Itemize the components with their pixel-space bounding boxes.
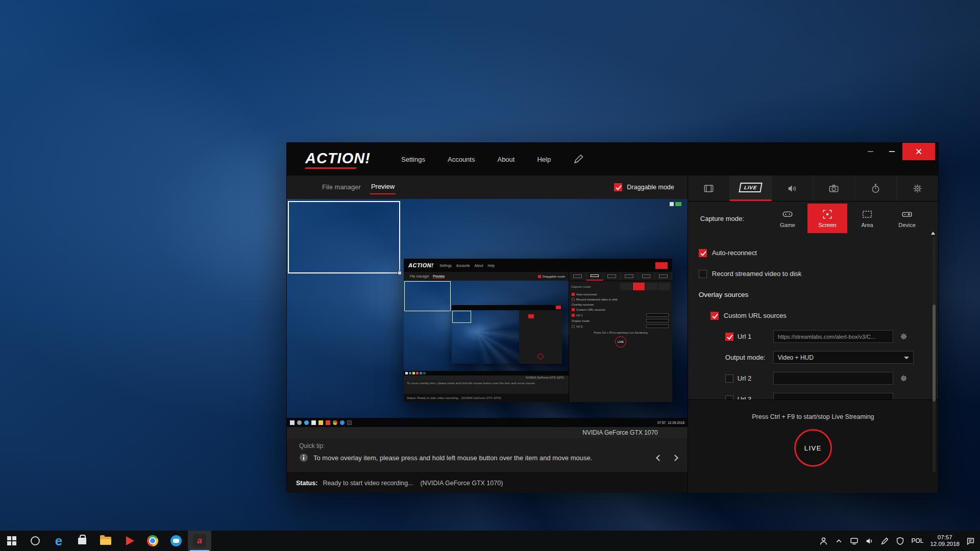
- previous-tip-button[interactable]: [657, 456, 662, 460]
- capture-mode-row: Capture mode: Game Screen Area: [688, 202, 938, 235]
- store-icon: [78, 538, 86, 544]
- minimize-button[interactable]: [881, 143, 902, 160]
- selection-rectangle[interactable]: [288, 201, 400, 273]
- close-button[interactable]: [902, 143, 935, 160]
- url3-row: Url 3: [688, 389, 938, 399]
- menu-accounts[interactable]: Accounts: [448, 156, 475, 163]
- menu-help[interactable]: Help: [537, 156, 551, 163]
- url2-label: Url 2: [738, 374, 769, 382]
- url2-checkbox[interactable]: [725, 374, 733, 383]
- next-tip-button[interactable]: [673, 456, 677, 460]
- preview-taskbar: 07:5712.09.2018: [287, 418, 688, 427]
- nested-capture-label: Capture mode:: [571, 285, 592, 288]
- taskbar-messaging[interactable]: [164, 531, 188, 551]
- live-button[interactable]: LIVE: [794, 429, 832, 467]
- capture-mode-area[interactable]: Area: [847, 204, 887, 233]
- live-streaming-panel: LIVE Capture mode:: [688, 176, 938, 493]
- nested-preview-area: [404, 281, 569, 375]
- taskbar-chrome[interactable]: [141, 531, 164, 551]
- taskbar-cortana[interactable]: [23, 531, 47, 551]
- draggable-mode-label: Draggable mode: [627, 184, 674, 191]
- windows-ink-pen-icon[interactable]: [880, 537, 889, 545]
- panel-tabs: LIVE: [688, 176, 938, 202]
- tab-scheduler[interactable]: [855, 176, 897, 201]
- tab-live-streaming[interactable]: LIVE: [730, 176, 772, 201]
- capture-mode-screen[interactable]: Screen: [807, 204, 847, 233]
- gpu-label: NVIDIA GeForce GTX 1070: [287, 427, 688, 438]
- status-text: Ready to start video recording... (NVIDI…: [323, 480, 503, 487]
- output-mode-select[interactable]: Video + HUD: [773, 351, 914, 364]
- auto-reconnect-checkbox[interactable]: [699, 249, 707, 257]
- tab-video-capture[interactable]: [688, 176, 730, 201]
- custom-url-sources-row[interactable]: Custom URL sources: [688, 305, 938, 326]
- url1-row: Url 1 https://streamlabs.com/alert-box/v…: [688, 326, 938, 347]
- taskbar: e a: [0, 531, 980, 551]
- app-logo: ACTION!: [305, 150, 371, 169]
- device-icon: [901, 209, 913, 220]
- tray-expand-chevron[interactable]: [835, 537, 843, 545]
- clock[interactable]: 07:57 12.09.2018: [930, 534, 960, 547]
- draggable-mode-checkbox[interactable]: [614, 183, 622, 191]
- tab-settings[interactable]: [897, 176, 938, 201]
- url3-checkbox[interactable]: [725, 395, 733, 400]
- nested-live-hint: Press Ctrl + F9 to start/stop Live Strea…: [569, 331, 672, 334]
- preview-taskbar-time: 07:57: [657, 421, 666, 424]
- tab-preview[interactable]: Preview: [370, 181, 396, 194]
- security-shield-icon[interactable]: [896, 537, 904, 545]
- nested-menu-item: Settings: [439, 264, 452, 267]
- output-mode-label: Output mode:: [725, 354, 769, 361]
- taskbar-file-explorer[interactable]: [94, 531, 117, 551]
- menu-settings[interactable]: Settings: [401, 156, 425, 163]
- url3-label: Url 3: [738, 395, 769, 399]
- scrollbar[interactable]: [933, 237, 936, 472]
- nested-taskbar: [404, 371, 569, 375]
- draggable-mode-toggle[interactable]: Draggable mode: [614, 183, 674, 191]
- people-icon[interactable]: [819, 537, 828, 545]
- language-indicator[interactable]: POL: [911, 537, 923, 544]
- nested-menubar: Settings Accounts About Help: [439, 264, 495, 267]
- clock-time: 07:57: [938, 534, 952, 541]
- gear-icon: [899, 374, 908, 383]
- url2-settings-button[interactable]: [897, 372, 911, 385]
- url1-checkbox[interactable]: [725, 333, 733, 341]
- preview-area[interactable]: ACTION! Settings Accounts About Help: [287, 199, 688, 427]
- scrollbar-thumb[interactable]: [933, 305, 936, 402]
- capture-mode-label: Capture mode:: [688, 215, 744, 222]
- taskbar-edge[interactable]: e: [47, 531, 70, 551]
- play-icon: [126, 536, 134, 545]
- selection-resize-handle[interactable]: [398, 271, 402, 275]
- record-to-disk-row[interactable]: Record streamed video to disk: [688, 263, 938, 284]
- menu-about[interactable]: About: [497, 156, 514, 163]
- quick-tip-text: To move overlay item, please press and h…: [313, 454, 592, 462]
- nested-draggable-label: Draggable mode: [543, 275, 565, 278]
- capture-mode-game[interactable]: Game: [768, 204, 807, 233]
- tab-audio[interactable]: [772, 176, 814, 201]
- url3-input[interactable]: [773, 393, 893, 399]
- taskbar-store[interactable]: [70, 531, 94, 551]
- url1-settings-button[interactable]: [897, 330, 911, 343]
- auto-reconnect-row[interactable]: Auto-reconnect: [688, 242, 938, 263]
- gear-icon: [899, 332, 908, 341]
- tab-screenshots[interactable]: [813, 176, 855, 201]
- maximize-button[interactable]: [860, 143, 881, 160]
- hud-overlay: [670, 202, 681, 206]
- network-icon[interactable]: [850, 537, 859, 545]
- preview-pane: File manager Preview Draggable mode: [287, 176, 688, 493]
- url1-input[interactable]: https://streamlabs.com/alert-box/v3/C...: [773, 330, 893, 343]
- url2-input[interactable]: [773, 372, 893, 385]
- system-tray: POL 07:57 12.09.2018: [819, 534, 980, 547]
- start-button[interactable]: [0, 531, 23, 551]
- custom-url-sources-label: Custom URL sources: [724, 312, 787, 319]
- notification-center-icon[interactable]: [966, 537, 975, 545]
- live-control-section: Press Ctrl + F9 to start/stop Live Strea…: [688, 399, 938, 493]
- volume-icon[interactable]: [865, 537, 874, 545]
- record-to-disk-checkbox[interactable]: [699, 270, 707, 278]
- taskbar-action-app[interactable]: a: [188, 531, 211, 551]
- scroll-up-arrow[interactable]: [931, 232, 935, 235]
- pen-icon[interactable]: [573, 155, 584, 164]
- chrome-icon: [147, 535, 158, 546]
- taskbar-media-player[interactable]: [117, 531, 141, 551]
- tab-file-manager[interactable]: File manager: [321, 181, 362, 194]
- capture-mode-device[interactable]: Device: [887, 204, 927, 233]
- custom-url-sources-checkbox[interactable]: [710, 312, 719, 320]
